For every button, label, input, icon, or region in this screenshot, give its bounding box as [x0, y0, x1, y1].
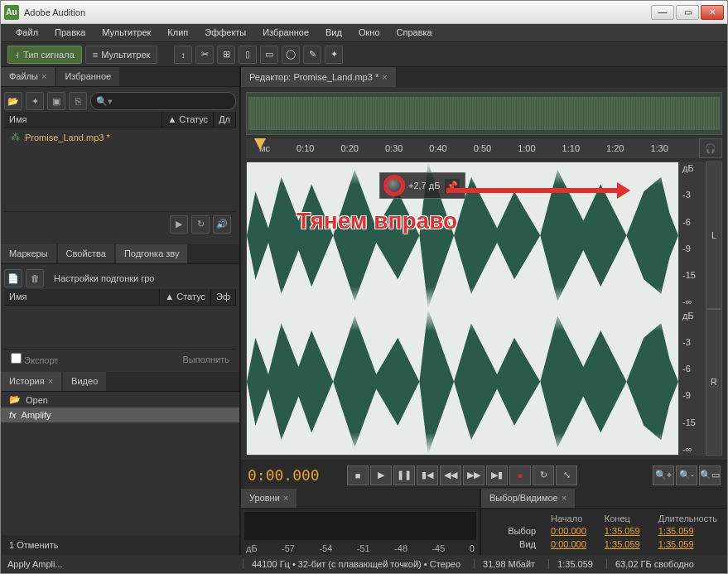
- menu-view[interactable]: Вид: [317, 24, 350, 41]
- history-list: 📂 Open fx Amplify: [1, 392, 239, 450]
- play-button[interactable]: ▶: [370, 465, 392, 485]
- menu-multitrack[interactable]: Мультитрек: [94, 24, 159, 41]
- execute-button[interactable]: Выполнить: [183, 355, 229, 364]
- menu-effects[interactable]: Эффекты: [196, 24, 254, 41]
- skip-selection-button[interactable]: ⤡: [556, 465, 577, 485]
- new-file-icon[interactable]: ✦: [26, 92, 44, 110]
- skip-start-button[interactable]: ▮◀: [417, 465, 438, 485]
- autoplay-icon[interactable]: 🔊: [213, 215, 231, 234]
- status-free: 63,02 ГБ свободно: [606, 559, 694, 569]
- export-checkbox[interactable]: [11, 353, 22, 364]
- record-button[interactable]: ●: [509, 465, 531, 485]
- db-scale: дБ-3-6-9-15-∞ дБ-3-6-9-15-∞: [679, 162, 706, 456]
- record-icon[interactable]: ▣: [47, 92, 65, 110]
- view-duration[interactable]: 1:35.059: [658, 539, 717, 550]
- app-icon: Au: [4, 5, 19, 20]
- status-duration: 1:35.059: [548, 559, 593, 569]
- column-status[interactable]: ▲ Статус: [162, 112, 214, 128]
- close-button[interactable]: ✕: [701, 5, 724, 20]
- tab-gain-match[interactable]: Подгонка зву: [116, 244, 188, 263]
- status-size: 31,98 Мбайт: [474, 559, 535, 569]
- menu-file[interactable]: Файл: [7, 24, 46, 41]
- gain-knob-icon[interactable]: [385, 176, 403, 195]
- history-item-open[interactable]: 📂 Open: [1, 392, 239, 408]
- skip-end-button[interactable]: ▶▮: [486, 465, 508, 485]
- tool-spot-heal-icon[interactable]: ✦: [325, 46, 343, 64]
- column-effect[interactable]: Эф: [211, 289, 236, 305]
- search-input[interactable]: 🔍▾: [90, 92, 236, 110]
- close-icon[interactable]: ×: [382, 72, 387, 82]
- maximize-button[interactable]: ▭: [676, 5, 699, 20]
- minimize-button[interactable]: —: [651, 5, 674, 20]
- level-meter: [244, 512, 476, 540]
- close-icon[interactable]: ×: [41, 71, 46, 81]
- timeline[interactable]: мс 0:10 0:20 0:30 0:40 0:50 1:00 1:10 1:…: [246, 138, 699, 158]
- menu-clip[interactable]: Клип: [159, 24, 196, 41]
- headphone-icon[interactable]: 🎧: [699, 138, 722, 158]
- import-icon[interactable]: ⎘: [69, 92, 87, 110]
- history-item-amplify[interactable]: fx Amplify: [1, 408, 239, 422]
- selection-duration[interactable]: 1:35.059: [658, 526, 717, 537]
- column-name[interactable]: Имя: [4, 112, 162, 128]
- add-icon[interactable]: 📄: [4, 269, 22, 287]
- status-apply: Apply Ampli...: [7, 559, 229, 569]
- undo-count: 1 Отменить: [1, 535, 239, 555]
- menu-favorites[interactable]: Избранное: [254, 24, 317, 41]
- gain-value: +2,7 дБ: [408, 181, 440, 191]
- selection-start[interactable]: 0:00.000: [551, 526, 595, 537]
- tool-slip-icon[interactable]: ⊞: [217, 46, 235, 64]
- tab-history[interactable]: История×: [1, 372, 61, 391]
- multitrack-view-button[interactable]: ≡ Мультитрек: [85, 46, 158, 64]
- main-toolbar: ⫞ Тип сигнала ≡ Мультитрек ↕ ✂ ⊞ ▯ ▭ ◯ ✎…: [1, 42, 727, 67]
- tool-brush-icon[interactable]: ✎: [303, 46, 321, 64]
- right-panel: Редактор: Promise_Land.mp3 * × мс 0:10 0…: [241, 67, 727, 555]
- timecode-display[interactable]: 0:00.000: [248, 466, 339, 484]
- tab-video[interactable]: Видео: [63, 372, 106, 391]
- waveform-view-button[interactable]: ⫞ Тип сигнала: [7, 46, 82, 64]
- file-list: ⁂ Promise_Land.mp3 *: [4, 128, 236, 211]
- zoom-out-icon[interactable]: 🔍-: [676, 465, 697, 485]
- tab-files[interactable]: Файлы×: [1, 67, 55, 86]
- zoom-in-icon[interactable]: 🔍+: [653, 465, 674, 485]
- editor-tab[interactable]: Редактор: Promise_Land.mp3 * ×: [241, 67, 396, 87]
- pause-button[interactable]: ❚❚: [393, 465, 415, 485]
- overview-waveform[interactable]: [246, 92, 722, 135]
- tool-marquee-icon[interactable]: ▭: [260, 46, 278, 64]
- tab-favorites[interactable]: Избранное: [56, 67, 119, 86]
- tool-razor-icon[interactable]: ✂: [195, 46, 214, 64]
- waveform-display[interactable]: +2,7 дБ 📌 Тянем вправо: [246, 162, 679, 456]
- rewind-button[interactable]: ◀◀: [440, 465, 461, 485]
- menu-edit[interactable]: Правка: [46, 24, 94, 41]
- tool-move-icon[interactable]: ↕: [174, 46, 192, 64]
- tool-lasso-icon[interactable]: ◯: [282, 46, 300, 64]
- play-preview-icon[interactable]: ▶: [170, 215, 188, 234]
- remove-icon[interactable]: 🗑: [26, 269, 44, 287]
- loop-button[interactable]: ↻: [533, 465, 554, 485]
- file-item[interactable]: ⁂ Promise_Land.mp3 *: [4, 128, 236, 146]
- tab-levels[interactable]: Уровни×: [241, 489, 297, 508]
- tab-markers[interactable]: Маркеры: [1, 244, 56, 263]
- open-file-icon[interactable]: 📂: [4, 92, 22, 110]
- tab-selection[interactable]: Выбор/Видимое×: [481, 489, 575, 508]
- view-end[interactable]: 1:35.059: [605, 539, 648, 550]
- selection-end[interactable]: 1:35.059: [605, 526, 648, 537]
- zoom-fit-icon[interactable]: 🔍▭: [699, 465, 721, 485]
- forward-button[interactable]: ▶▶: [463, 465, 485, 485]
- multitrack-icon: ≡: [93, 50, 98, 60]
- menu-help[interactable]: Справка: [388, 24, 441, 41]
- view-start[interactable]: 0:00.000: [551, 539, 595, 550]
- column-status-2[interactable]: ▲ Статус: [160, 289, 211, 305]
- column-duration[interactable]: Дл: [214, 112, 236, 128]
- loop-icon[interactable]: ↻: [191, 215, 210, 234]
- tool-time-select-icon[interactable]: ▯: [239, 46, 257, 64]
- tab-properties[interactable]: Свойства: [58, 244, 114, 263]
- stop-button[interactable]: ■: [347, 465, 369, 485]
- gain-hud[interactable]: +2,7 дБ 📌: [379, 172, 465, 199]
- selection-grid: Начало Конец Длительность Выбор 0:00.000…: [481, 509, 727, 555]
- channel-right[interactable]: R: [706, 309, 722, 456]
- pin-icon[interactable]: 📌: [445, 179, 460, 193]
- menu-window[interactable]: Окно: [350, 24, 388, 41]
- channel-left[interactable]: L: [706, 162, 722, 309]
- close-icon[interactable]: ×: [48, 376, 53, 386]
- column-name-2[interactable]: Имя: [4, 289, 160, 305]
